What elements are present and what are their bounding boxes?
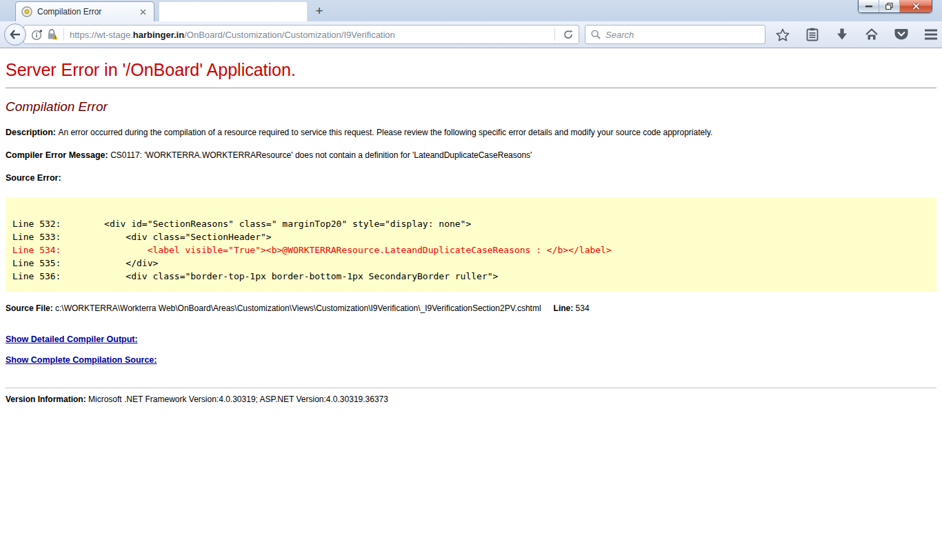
tab-title: Compilation Error: [37, 7, 137, 17]
toolbar-icons: [775, 27, 939, 42]
tab-bar: Compilation Error +: [0, 0, 942, 21]
bookmarks-menu-button[interactable]: [805, 27, 820, 42]
compilation-source-link-row: Show Complete Compilation Source:: [6, 353, 936, 366]
page-subtitle: Compilation Error: [6, 99, 936, 114]
downloads-button[interactable]: [834, 27, 850, 42]
tab-close-icon[interactable]: [137, 6, 148, 17]
description-label: Description:: [6, 128, 58, 137]
url-text[interactable]: https://wt-stage.harbinger.in/OnBoard/Cu…: [70, 30, 554, 40]
browser-chrome: Compilation Error +: [0, 0, 942, 48]
pocket-button[interactable]: [894, 27, 909, 42]
mixed-content-lock-icon[interactable]: [46, 28, 59, 41]
search-box[interactable]: [585, 25, 765, 44]
version-info-text: Microsoft .NET Framework Version:4.0.303…: [88, 394, 388, 404]
description-text: An error occurred during the compilation…: [58, 128, 712, 137]
window-controls: [858, 0, 932, 13]
code-line: Line 536: <div class="border-top-1px bor…: [12, 270, 930, 283]
code-line: Line 532: <div id="SectionReasons" class…: [12, 217, 930, 230]
navigation-toolbar: https://wt-stage.harbinger.in/OnBoard/Cu…: [0, 21, 942, 48]
source-error-label: Source Error:: [6, 173, 61, 183]
search-input[interactable]: [605, 30, 759, 40]
site-info-icon[interactable]: [31, 29, 43, 41]
pocket-icon: [894, 28, 908, 41]
tab-compilation-error[interactable]: Compilation Error: [15, 1, 154, 21]
version-info-label: Version Information:: [6, 394, 88, 404]
minimize-icon: [865, 5, 872, 8]
line-label: Line:: [554, 303, 576, 313]
back-arrow-icon: [10, 30, 21, 39]
compiler-error-row: Compiler Error Message: CS0117: 'WORKTER…: [6, 150, 936, 160]
hamburger-menu-icon: [924, 29, 938, 40]
url-domain: harbinger.in: [133, 30, 184, 40]
url-path: /OnBoard/Customization/Customization/I9V…: [184, 30, 395, 40]
download-arrow-icon: [836, 28, 848, 41]
compiler-error-label: Compiler Error Message:: [6, 150, 110, 160]
compiler-output-link-row: Show Detailed Compiler Output:: [6, 332, 936, 345]
url-bar[interactable]: https://wt-stage.harbinger.in/OnBoard/Cu…: [23, 25, 579, 44]
show-complete-compilation-source-link[interactable]: Show Complete Compilation Source:: [6, 355, 157, 365]
code-line-highlighted: Line 534: <label visible="True"><b>@WORK…: [12, 243, 930, 257]
footer-divider: [6, 388, 936, 388]
error-page: Server Error in '/OnBoard' Application. …: [0, 60, 942, 404]
url-scheme: https://wt-stage.: [70, 30, 133, 40]
source-error-code: Line 532: <div id="SectionReasons" class…: [6, 197, 936, 292]
back-button[interactable]: [4, 23, 26, 46]
version-info-row: Version Information: Microsoft .NET Fram…: [6, 394, 936, 404]
home-button[interactable]: [864, 27, 879, 42]
source-file-label: Source File:: [6, 303, 55, 313]
minimize-button[interactable]: [859, 0, 879, 12]
reload-button[interactable]: [559, 26, 577, 43]
compiler-error-text: CS0117: 'WORKTERRA.WORKTERRAResource' do…: [110, 150, 532, 160]
restore-icon: [885, 3, 893, 10]
search-icon: [591, 30, 601, 39]
code-line: Line 533: <div class="SectionHeader">: [12, 230, 930, 243]
url-divider: [63, 28, 64, 41]
title-divider: [6, 88, 936, 88]
clipboard-icon: [806, 28, 819, 41]
tab-blank[interactable]: [159, 1, 308, 21]
home-icon: [865, 28, 879, 41]
source-file-path: c:\WORKTERRA\Workterra Web\OnBoard\Areas…: [55, 303, 541, 313]
menu-button[interactable]: [923, 27, 939, 42]
new-tab-button[interactable]: +: [310, 3, 328, 19]
restore-button[interactable]: [879, 0, 900, 12]
close-icon: [912, 3, 920, 10]
site-favicon: [21, 6, 32, 17]
description-row: Description: An error occurred during th…: [6, 128, 936, 137]
source-error-row: Source Error:: [6, 173, 936, 183]
bookmark-star-button[interactable]: [775, 27, 790, 42]
close-button[interactable]: [900, 0, 932, 12]
code-line: Line 535: </div>: [12, 257, 930, 270]
line-number: 534: [576, 303, 590, 313]
page-title: Server Error in '/OnBoard' Application.: [6, 60, 936, 80]
source-file-row: Source File: c:\WORKTERRA\Workterra Web\…: [6, 303, 936, 313]
reload-icon: [563, 30, 573, 39]
show-detailed-compiler-output-link[interactable]: Show Detailed Compiler Output:: [6, 334, 138, 344]
reload-divider: [554, 28, 555, 41]
star-icon: [776, 28, 790, 41]
